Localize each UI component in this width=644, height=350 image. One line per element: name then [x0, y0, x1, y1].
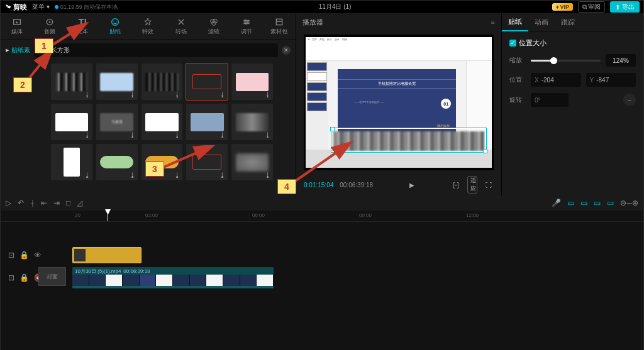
download-icon[interactable]: ⭳: [174, 91, 180, 98]
download-icon[interactable]: ⭳: [219, 172, 226, 178]
annotation-1: 1: [35, 38, 53, 53]
scale-label: 缩放: [509, 56, 526, 65]
cut-right-icon[interactable]: ⇥: [53, 199, 60, 207]
fit-ratio-button[interactable]: 适应: [467, 176, 477, 194]
nav-adjust[interactable]: 调节: [230, 13, 263, 39]
download-icon[interactable]: ⭳: [265, 131, 271, 138]
download-icon[interactable]: ⭳: [130, 172, 136, 178]
search-input[interactable]: [51, 47, 273, 54]
annotation-3: 3: [145, 161, 164, 177]
media-category-nav: 媒体 音频 TI文本 贴纸 特效 转场 滤镜 调节 素材包: [1, 13, 296, 40]
zoom-timeline-icon[interactable]: ⊖─⊕: [620, 199, 638, 207]
nav-media[interactable]: 媒体: [1, 13, 33, 39]
project-title: 11月4日 (1): [123, 3, 547, 11]
nav-assets[interactable]: 素材包: [263, 13, 296, 39]
scale-slider[interactable]: [531, 60, 601, 62]
vip-badge[interactable]: ♦ VIP: [552, 3, 573, 11]
track-menu-icon[interactable]: ⊡: [8, 273, 14, 282]
menu-dropdown[interactable]: 菜单 ▾: [32, 3, 50, 11]
sticker-thumb[interactable]: ⭳: [51, 63, 92, 100]
tab-animation[interactable]: 动画: [528, 13, 555, 31]
download-icon[interactable]: ⭳: [84, 172, 91, 178]
sidebar-category-tag[interactable]: ▸ 贴纸素: [6, 46, 30, 55]
fullscreen-icon[interactable]: ⛶: [484, 182, 494, 189]
split-icon[interactable]: ⟊: [30, 199, 35, 207]
sticker-thumb[interactable]: ⭳: [51, 144, 92, 180]
slide-number: 01: [441, 99, 451, 109]
tab-sticker[interactable]: 贴纸: [502, 13, 528, 31]
lock-icon[interactable]: 🔒: [19, 273, 29, 282]
sticker-thumb[interactable]: 马赛克⭳: [96, 104, 138, 140]
sticker-thumb-selected[interactable]: ⭳: [186, 63, 228, 100]
sticker-thumb[interactable]: ⭳: [231, 63, 273, 100]
track-toggle-icon[interactable]: ▭: [607, 199, 614, 207]
sticker-thumb[interactable]: ⭳: [186, 104, 228, 140]
checkbox-on-icon[interactable]: ✓: [509, 40, 516, 46]
track-menu-icon[interactable]: ⊡: [8, 251, 14, 260]
timeline-playhead[interactable]: [108, 211, 108, 221]
eye-icon[interactable]: 👁: [34, 251, 42, 260]
track-toggle-icon[interactable]: ▭: [567, 199, 574, 207]
sticker-thumb[interactable]: ⭳: [96, 144, 138, 180]
review-button[interactable]: ⧉ 审阅: [578, 1, 605, 13]
svg-point-7: [244, 19, 246, 21]
preview-mode-icon[interactable]: [◦]: [451, 182, 461, 189]
download-icon[interactable]: ⭳: [84, 131, 91, 138]
rotate-label: 旋转: [509, 96, 526, 104]
sticker-thumb[interactable]: ⭳: [142, 104, 183, 140]
nav-text[interactable]: TI文本: [66, 13, 99, 39]
sticker-thumb[interactable]: ⭳: [186, 144, 228, 180]
current-time: 0:01:15:04: [304, 182, 333, 189]
clear-search-button[interactable]: ✕: [282, 46, 291, 55]
svg-point-2: [49, 21, 51, 23]
nav-effects[interactable]: 特效: [131, 13, 164, 39]
tab-tracking[interactable]: 跟踪: [555, 13, 581, 31]
select-tool-icon[interactable]: ▷: [6, 199, 11, 207]
video-clip[interactable]: 10月30日 (5)(1).mp400:06:39:18: [72, 267, 274, 288]
delete-icon[interactable]: □: [66, 199, 70, 207]
lock-icon[interactable]: 🔒: [19, 251, 29, 260]
player-menu-icon[interactable]: ≡: [491, 18, 495, 26]
sticker-thumb[interactable]: ⭳: [142, 63, 183, 100]
download-icon[interactable]: ⭳: [174, 172, 180, 178]
track-toggle-icon[interactable]: ▭: [594, 199, 601, 207]
rotate-input[interactable]: 0°: [531, 93, 569, 107]
mirror-icon[interactable]: ◿: [77, 199, 82, 207]
sticker-selection-overlay[interactable]: [331, 128, 486, 151]
mic-icon[interactable]: 🎤: [552, 199, 561, 207]
download-icon[interactable]: ⭳: [265, 91, 271, 98]
sticker-thumb[interactable]: ⭳: [231, 104, 273, 140]
download-icon[interactable]: ⭳: [265, 172, 271, 178]
export-button[interactable]: ⬆ 导出: [610, 1, 640, 13]
nav-audio[interactable]: 音频: [33, 13, 66, 39]
nav-sticker[interactable]: 贴纸: [99, 13, 131, 39]
play-button[interactable]: ▶: [407, 182, 417, 189]
download-icon[interactable]: ⭳: [130, 91, 136, 98]
sticker-thumb[interactable]: ⭳: [231, 144, 273, 180]
annotation-2: 2: [13, 77, 32, 92]
sticker-thumb[interactable]: ⭳: [96, 63, 138, 100]
nav-transition[interactable]: 转场: [165, 13, 197, 39]
cover-button[interactable]: 封面: [38, 267, 66, 286]
reset-rotate-button[interactable]: −: [623, 94, 636, 106]
download-icon[interactable]: ⭳: [174, 131, 180, 138]
download-icon[interactable]: ⭳: [219, 131, 226, 138]
track-toggle-icon[interactable]: ▭: [580, 199, 587, 207]
player-title: 播放器: [303, 18, 323, 27]
sticker-clip[interactable]: [72, 247, 142, 263]
sticker-search[interactable]: 🔍: [34, 43, 278, 57]
nav-filter[interactable]: 滤镜: [197, 13, 230, 39]
scale-value[interactable]: 124%: [606, 54, 636, 67]
download-icon[interactable]: ⭳: [84, 91, 91, 98]
sticker-thumb[interactable]: ⭳: [51, 104, 92, 140]
player-preview[interactable]: ■文件开始插入设计切换 手机拍照对比电脑长宽 ——在PPT中添加图片—— 01 …: [304, 35, 494, 170]
pos-x-input[interactable]: X-204: [531, 73, 581, 87]
position-label: 位置: [509, 75, 526, 84]
download-icon[interactable]: ⭳: [219, 91, 226, 98]
cut-left-icon[interactable]: ⇤: [41, 199, 47, 207]
download-icon[interactable]: ⭳: [130, 131, 136, 138]
pos-y-input[interactable]: Y-847: [586, 73, 636, 87]
back-icon[interactable]: ↶: [18, 199, 24, 207]
svg-point-9: [245, 23, 247, 25]
timeline-ruler[interactable]: 20 03:00 06:00 09:00 12:00: [1, 211, 643, 222]
